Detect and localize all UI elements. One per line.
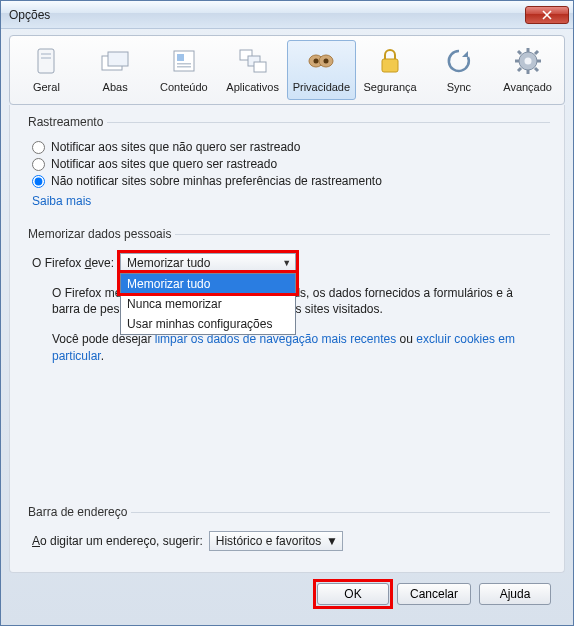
history-mode-select-wrap: Memorizar tudo ▼ Memorizar tudo Nunca me… (120, 253, 296, 273)
tab-label: Conteúdo (160, 81, 208, 93)
radio-label: Não notificar sites sobre minhas preferê… (51, 174, 382, 188)
options-window: Opções Geral Abas Conteúdo Aplicativos (0, 0, 574, 626)
select-value: Histórico e favoritos (216, 534, 321, 548)
tab-label: Privacidade (293, 81, 350, 93)
window-title: Opções (9, 8, 525, 22)
svg-line-26 (518, 68, 521, 71)
privacy-icon (305, 45, 337, 77)
chevron-down-icon: ▼ (282, 258, 291, 268)
history-legend: Memorizar dados pessoais (24, 227, 175, 241)
help-button[interactable]: Ajuda (479, 583, 551, 605)
tracking-legend: Rastreamento (24, 115, 107, 129)
close-button[interactable] (525, 6, 569, 24)
radio-track[interactable] (32, 158, 45, 171)
category-toolbar: Geral Abas Conteúdo Aplicativos Privacid… (9, 35, 565, 105)
svg-rect-16 (382, 59, 398, 72)
history-group: Memorizar dados pessoais O Firefox deve:… (24, 227, 550, 374)
radio-label: Notificar aos sites que não quero ser ra… (51, 140, 300, 154)
svg-rect-7 (177, 63, 191, 65)
tab-privacy[interactable]: Privacidade (287, 40, 356, 100)
history-wish: Você pode desejar limpar os dados de nav… (52, 331, 542, 363)
tab-applications[interactable]: Aplicativos (218, 40, 287, 100)
tracking-opt-none[interactable]: Não notificar sites sobre minhas preferê… (32, 174, 550, 188)
tab-sync[interactable]: Sync (425, 40, 494, 100)
tracking-learn-more-link[interactable]: Saiba mais (32, 194, 91, 208)
close-icon (542, 10, 552, 20)
tab-content[interactable]: Conteúdo (150, 40, 219, 100)
svg-line-24 (535, 68, 538, 71)
tab-label: Abas (103, 81, 128, 93)
ok-button[interactable]: OK (317, 583, 389, 605)
dropdown-option[interactable]: Nunca memorizar (121, 294, 295, 314)
general-icon (30, 45, 62, 77)
tracking-group: Rastreamento Notificar aos sites que não… (24, 115, 550, 221)
lock-icon (374, 45, 406, 77)
tab-tabs[interactable]: Abas (81, 40, 150, 100)
radio-label: Notificar aos sites que quero ser rastre… (51, 157, 277, 171)
select-value: Memorizar tudo (127, 256, 210, 270)
history-mode-select[interactable]: Memorizar tudo ▼ (120, 253, 296, 273)
tabs-icon (99, 45, 131, 77)
dropdown-option[interactable]: Memorizar tudo (121, 274, 295, 294)
svg-point-15 (324, 59, 329, 64)
tab-general[interactable]: Geral (12, 40, 81, 100)
svg-line-23 (518, 51, 521, 54)
svg-rect-6 (177, 54, 184, 61)
sync-icon (443, 45, 475, 77)
addressbar-suggest-label: Ao digitar um endereço, sugerir: (32, 534, 203, 548)
svg-point-18 (524, 58, 531, 65)
addressbar-group: Barra de endereço Ao digitar um endereço… (24, 505, 550, 564)
svg-point-14 (314, 59, 319, 64)
content-icon (168, 45, 200, 77)
svg-rect-4 (108, 52, 128, 66)
tab-label: Aplicativos (226, 81, 279, 93)
tab-advanced[interactable]: Avançado (493, 40, 562, 100)
chevron-down-icon: ▼ (326, 534, 338, 548)
tab-label: Geral (33, 81, 60, 93)
content-area: Geral Abas Conteúdo Aplicativos Privacid… (1, 29, 573, 625)
radio-no-track[interactable] (32, 141, 45, 154)
tab-label: Avançado (503, 81, 552, 93)
tracking-opt-no-track[interactable]: Notificar aos sites que não quero ser ra… (32, 140, 550, 154)
addressbar-suggest-select[interactable]: Histórico e favoritos ▼ (209, 531, 343, 551)
history-mode-label: O Firefox deve: (32, 256, 114, 270)
tab-label: Segurança (364, 81, 417, 93)
svg-rect-11 (254, 62, 266, 72)
svg-rect-2 (41, 57, 51, 59)
tracking-opt-track[interactable]: Notificar aos sites que quero ser rastre… (32, 157, 550, 171)
radio-none[interactable] (32, 175, 45, 188)
svg-rect-8 (177, 66, 191, 68)
dropdown-option[interactable]: Usar minhas configurações (121, 314, 295, 334)
svg-rect-0 (38, 49, 54, 73)
tab-security[interactable]: Segurança (356, 40, 425, 100)
gear-icon (512, 45, 544, 77)
history-mode-dropdown: Memorizar tudo Nunca memorizar Usar minh… (120, 273, 296, 335)
svg-line-25 (535, 51, 538, 54)
dialog-buttons: OK Cancelar Ajuda (9, 573, 565, 617)
tab-label: Sync (447, 81, 471, 93)
svg-rect-1 (41, 53, 51, 55)
cancel-button[interactable]: Cancelar (397, 583, 471, 605)
titlebar: Opções (1, 1, 573, 29)
privacy-panel: Rastreamento Notificar aos sites que não… (9, 105, 565, 573)
addressbar-legend: Barra de endereço (24, 505, 131, 519)
applications-icon (237, 45, 269, 77)
